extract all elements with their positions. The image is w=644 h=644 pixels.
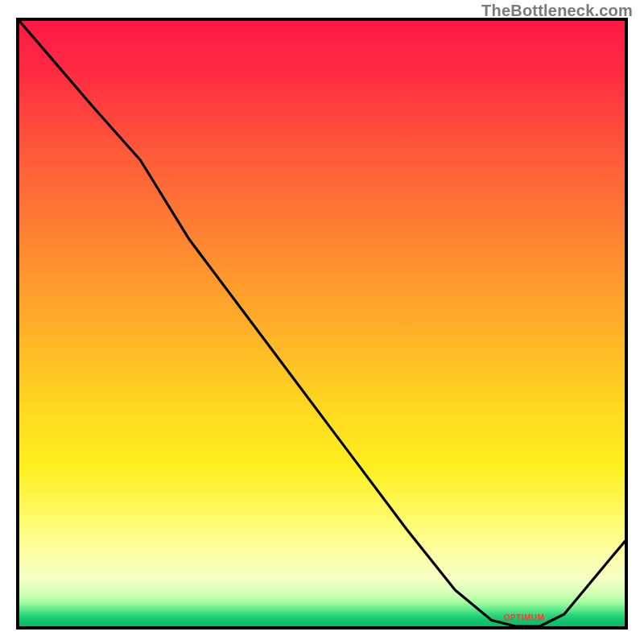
plot-area: OPTIMUM bbox=[16, 18, 628, 630]
optimum-annotation: OPTIMUM bbox=[504, 613, 545, 622]
series-path bbox=[19, 21, 625, 626]
chart-root: TheBottleneck.com OPTIMUM bbox=[0, 0, 644, 644]
line-series bbox=[19, 21, 625, 626]
